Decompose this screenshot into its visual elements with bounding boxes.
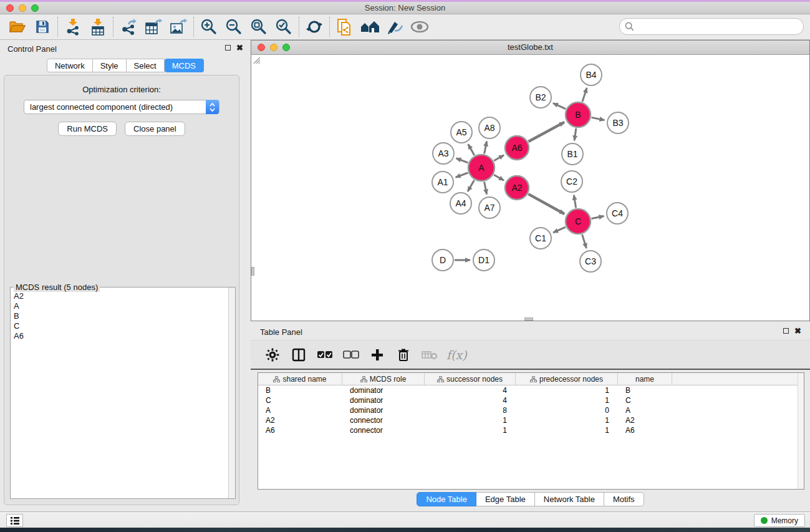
edge-C-C2[interactable] [574,195,576,208]
edge-B-B3[interactable] [592,117,605,120]
cell-shared-name[interactable]: B [258,385,342,395]
cell-mcds-role[interactable]: dominator [342,405,425,415]
export-table-button[interactable] [141,16,166,37]
node-A6[interactable]: A6 [505,136,529,160]
cell-predecessor-nodes[interactable]: 1 [516,385,618,395]
tab-network-table[interactable]: Network Table [535,492,604,506]
float-table-panel-icon[interactable] [783,328,789,334]
delete-table-button[interactable] [420,346,439,364]
mcds-list-scrollbar[interactable] [228,288,235,498]
mcds-result-item[interactable]: A6 [14,331,228,341]
network-canvas[interactable]: B4B2BB3A5A8A6B1A3AC2A1A2A4A7C4CC1C3DD1 [251,55,809,321]
show-annotations-button[interactable] [407,16,432,37]
mcds-result-item[interactable]: A [14,301,228,311]
show-column-button[interactable] [289,346,308,364]
edge-A-A2[interactable] [494,175,504,180]
table-row-a6[interactable]: A6connector11A6 [258,425,804,435]
node-C4[interactable]: C4 [607,203,628,224]
deselect-all-button[interactable] [342,346,360,364]
cell-predecessor-nodes[interactable]: 1 [516,425,618,435]
table-scrollbar[interactable] [798,373,804,489]
column-header-mcds-role[interactable]: MCDS role [342,373,425,385]
cell-name[interactable]: A2 [618,415,672,425]
close-panel-icon[interactable]: ✖ [236,44,243,51]
node-C2[interactable]: C2 [561,171,582,192]
zoom-selected-button[interactable] [271,16,296,37]
zoom-in-button[interactable] [196,16,221,37]
cell-successor-nodes[interactable]: 1 [425,415,516,425]
column-header-successor-nodes[interactable]: successor nodes [425,373,516,385]
cell-predecessor-nodes[interactable]: 1 [516,415,618,425]
search-input[interactable] [637,21,803,33]
cell-shared-name[interactable]: A [258,405,342,415]
import-network-button[interactable] [60,16,85,37]
column-header-name[interactable]: name [618,373,672,385]
edge-A2-C[interactable] [528,194,564,214]
table-settings-button[interactable] [263,346,282,364]
cell-successor-nodes[interactable]: 4 [425,385,516,395]
zoom-fit-button[interactable] [246,16,271,37]
edge-C-C3[interactable] [582,235,587,248]
node-A8[interactable]: A8 [479,117,500,138]
column-header-predecessor-nodes[interactable]: predecessor nodes [516,373,618,385]
export-image-button[interactable] [166,16,191,37]
resize-grip-icon[interactable] [251,55,260,64]
node-B[interactable]: B [566,102,591,127]
node-D[interactable]: D [432,249,453,271]
close-panel-button[interactable]: Close panel [125,122,185,136]
node-A5[interactable]: A5 [451,122,472,143]
node-A7[interactable]: A7 [479,197,500,218]
tab-motifs[interactable]: Motifs [604,492,644,506]
edge-A-A6[interactable] [494,155,504,161]
duplicate-network-button[interactable] [332,16,357,37]
open-session-button[interactable] [5,16,30,37]
network-vscroll-thumb[interactable] [251,267,254,276]
edge-A-A8[interactable] [485,142,487,154]
cell-predecessor-nodes[interactable]: 1 [516,395,618,405]
edge-A-A1[interactable] [456,173,468,177]
table-row-a2[interactable]: A2connector11A2 [258,415,804,425]
tab-style[interactable]: Style [93,59,127,72]
node-A4[interactable]: A4 [450,193,471,214]
cell-shared-name[interactable]: A6 [258,425,342,435]
refresh-layout-button[interactable] [302,16,327,37]
tab-mcds[interactable]: MCDS [165,59,204,72]
edge-B-B1[interactable] [574,128,576,140]
edge-C-C1[interactable] [553,227,566,233]
memory-button[interactable]: Memory [754,514,805,527]
edge-A-A7[interactable] [485,182,487,195]
save-session-button[interactable] [30,16,55,37]
node-A2[interactable]: A2 [505,176,529,200]
edge-A-A4[interactable] [468,180,474,191]
hide-annotations-button[interactable] [382,16,407,37]
criterion-dropdown[interactable]: largest connected component (directed) [24,100,219,114]
cell-shared-name[interactable]: C [258,395,342,405]
table-row-a[interactable]: Adominator80A [258,405,804,415]
cell-name[interactable]: B [618,385,672,395]
cell-shared-name[interactable]: A2 [258,415,342,425]
node-B2[interactable]: B2 [530,87,551,108]
zoom-out-button[interactable] [221,16,246,37]
edge-B-B4[interactable] [582,88,587,102]
tab-network[interactable]: Network [47,59,93,72]
cell-successor-nodes[interactable]: 4 [425,395,516,405]
edge-A-A3[interactable] [456,158,468,163]
node-A3[interactable]: A3 [433,143,454,164]
edge-A-A5[interactable] [468,144,475,155]
tab-select[interactable]: Select [127,59,165,72]
cell-mcds-role[interactable]: connector [342,425,425,435]
add-column-button[interactable] [368,346,387,364]
export-network-button[interactable] [116,16,141,37]
node-B3[interactable]: B3 [607,112,629,133]
cell-name[interactable]: A6 [618,425,672,435]
table-row-b[interactable]: Bdominator41B [258,385,804,395]
mcds-result-item[interactable]: C [14,321,228,331]
mcds-result-item[interactable]: A2 [14,291,228,301]
float-panel-icon[interactable] [225,45,231,51]
cell-name[interactable]: A [618,405,672,415]
cell-mcds-role[interactable]: dominator [342,385,425,395]
node-C[interactable]: C [566,209,591,234]
run-mcds-button[interactable]: Run MCDS [58,122,117,136]
close-table-panel-icon[interactable]: ✖ [794,327,801,334]
cell-mcds-role[interactable]: dominator [342,395,425,405]
